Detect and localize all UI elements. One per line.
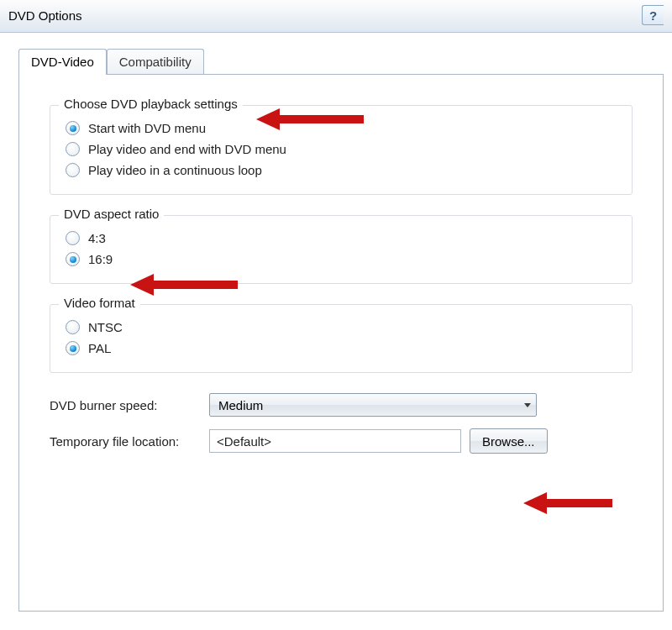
chevron-down-icon — [524, 403, 531, 407]
group-legend: Video format — [59, 296, 140, 310]
tab-dvd-video[interactable]: DVD-Video — [18, 49, 107, 75]
radio-label: 16:9 — [88, 252, 113, 266]
group-video-format: Video format NTSC PAL — [50, 304, 633, 373]
tabstrip: DVD-Video Compatibility — [18, 48, 664, 74]
radio-row-play-end-menu[interactable]: Play video and end with DVD menu — [66, 139, 617, 160]
group-legend: Choose DVD playback settings — [59, 97, 243, 111]
radio-ntsc[interactable] — [66, 320, 80, 334]
radio-row-continuous-loop[interactable]: Play video in a continuous loop — [66, 160, 617, 181]
row-temp-location: Temporary file location: <Default> Brows… — [50, 428, 633, 454]
radio-label: 4:3 — [88, 231, 106, 245]
radio-continuous-loop[interactable] — [66, 163, 80, 177]
radio-row-16-9[interactable]: 16:9 — [66, 249, 617, 270]
radio-start-with-menu[interactable] — [66, 121, 80, 135]
burner-speed-dropdown[interactable]: Medium — [209, 393, 537, 417]
radio-label: Play video in a continuous loop — [88, 163, 262, 177]
browse-button-label: Browse... — [482, 434, 535, 449]
group-playback-settings: Choose DVD playback settings Start with … — [50, 105, 633, 195]
radio-row-pal[interactable]: PAL — [66, 338, 617, 359]
content-area: DVD-Video Compatibility Choose DVD playb… — [0, 33, 672, 620]
temp-location-value: <Default> — [217, 434, 271, 449]
radio-label: NTSC — [88, 320, 123, 334]
group-aspect-ratio: DVD aspect ratio 4:3 16:9 — [50, 215, 633, 284]
group-legend: DVD aspect ratio — [59, 207, 164, 221]
tab-label: Compatibility — [119, 55, 192, 69]
browse-button[interactable]: Browse... — [470, 428, 548, 454]
window-title: DVD Options — [8, 8, 82, 23]
temp-location-field[interactable]: <Default> — [209, 429, 461, 453]
radio-play-end-menu[interactable] — [66, 142, 80, 156]
row-burner-speed: DVD burner speed: Medium — [50, 393, 633, 417]
dropdown-value: Medium — [218, 398, 263, 412]
radio-row-ntsc[interactable]: NTSC — [66, 317, 617, 338]
radio-row-4-3[interactable]: 4:3 — [66, 228, 617, 249]
radio-4-3[interactable] — [66, 231, 80, 245]
temp-location-label: Temporary file location: — [50, 434, 209, 449]
tabpanel-dvd-video: Choose DVD playback settings Start with … — [18, 74, 664, 612]
radio-row-start-with-menu[interactable]: Start with DVD menu — [66, 118, 617, 139]
help-button[interactable]: ? — [642, 5, 664, 25]
tab-label: DVD-Video — [31, 55, 94, 69]
radio-16-9[interactable] — [66, 252, 80, 266]
radio-label: PAL — [88, 341, 111, 355]
titlebar: DVD Options ? — [0, 0, 672, 33]
radio-label: Play video and end with DVD menu — [88, 142, 286, 156]
radio-pal[interactable] — [66, 341, 80, 355]
annotation-arrow-icon — [523, 492, 612, 514]
radio-label: Start with DVD menu — [88, 121, 206, 135]
tab-compatibility[interactable]: Compatibility — [107, 49, 204, 74]
help-icon: ? — [649, 8, 657, 23]
burner-speed-label: DVD burner speed: — [50, 398, 209, 412]
